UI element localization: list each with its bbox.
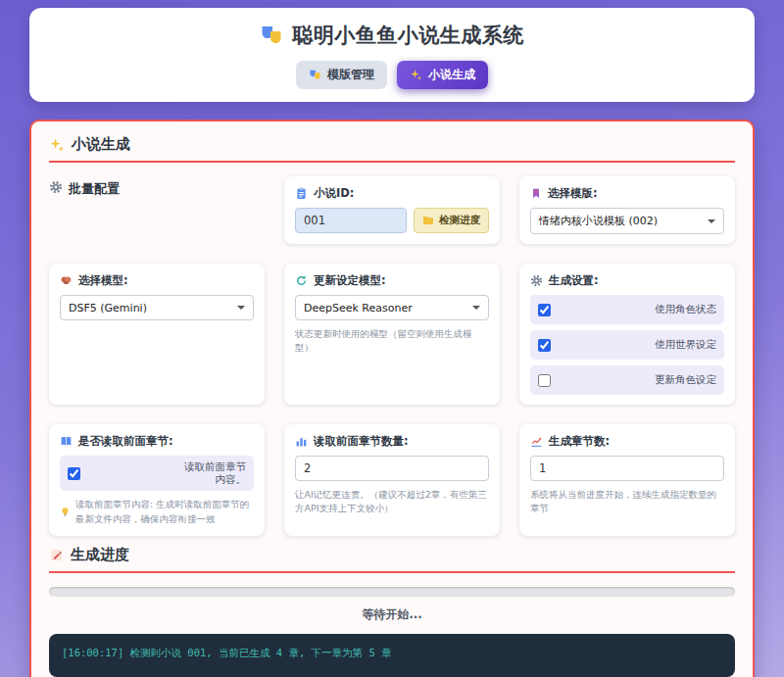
refresh-icon bbox=[295, 274, 308, 287]
use-character-state-checkbox[interactable] bbox=[538, 304, 551, 316]
novel-id-panel: 小说ID: 检测进度 bbox=[284, 176, 500, 244]
tab-novel-generation[interactable]: 小说生成 bbox=[397, 61, 488, 89]
book-icon bbox=[60, 435, 73, 448]
tab-label: 模版管理 bbox=[327, 67, 374, 83]
batch-config-label: 批量配置 bbox=[49, 176, 265, 244]
log-console: [16:00:17] 检测到小说 001, 当前已生成 4 章, 下一章为第 5… bbox=[49, 634, 735, 677]
update-model-label: 更新设定模型: bbox=[295, 273, 489, 288]
read-previous-panel: 是否读取前面章节: 读取前面章节内容。 读取前面章节内容: 生成时读取前面章节的… bbox=[49, 424, 265, 536]
read-previous-check-row: 读取前面章节内容。 bbox=[60, 456, 254, 491]
option-use-character-state: 使用角色状态 bbox=[530, 295, 724, 324]
theater-masks-icon bbox=[260, 24, 283, 47]
tab-template-management[interactable]: 模版管理 bbox=[296, 61, 387, 89]
template-panel: 选择模版: 情绪内核小说模板 (002) bbox=[519, 176, 735, 244]
novel-id-input[interactable] bbox=[295, 208, 407, 233]
read-previous-label: 是否读取前面章节: bbox=[60, 434, 254, 449]
tab-label: 小说生成 bbox=[428, 67, 475, 83]
novel-generation-card: 小说生成 批量配置 小说ID: 检测进度 bbox=[29, 120, 755, 677]
read-count-panel: 读取前面章节数量: 让AI记忆更连贯。（建议不超过2章，有些第三方API支持上下… bbox=[284, 424, 500, 536]
main-tabs: 模版管理 小说生成 bbox=[29, 61, 755, 89]
sparkles-icon bbox=[410, 69, 422, 81]
update-model-select[interactable]: DeepSeek Reasoner bbox=[295, 295, 489, 320]
read-count-input[interactable] bbox=[295, 456, 489, 481]
section-novel-generation: 小说生成 bbox=[49, 135, 735, 163]
model-selected-value: DSF5 (Gemini) bbox=[69, 302, 147, 314]
detect-progress-button[interactable]: 检测进度 bbox=[414, 208, 489, 233]
lightbulb-icon bbox=[60, 498, 71, 526]
gear-icon bbox=[49, 180, 63, 194]
chapter-count-hint: 系统将从当前进度开始，连续生成指定数量的章节 bbox=[530, 488, 724, 516]
gear-icon bbox=[530, 274, 543, 287]
brain-icon bbox=[60, 274, 73, 287]
template-select[interactable]: 情绪内核小说模板 (002) bbox=[530, 208, 724, 234]
update-model-hint: 状态更新时使用的模型（留空则使用生成模型） bbox=[295, 327, 489, 356]
template-label: 选择模版: bbox=[530, 186, 724, 201]
bar-chart-icon bbox=[295, 435, 308, 448]
chapter-count-input[interactable] bbox=[530, 456, 724, 481]
log-line: [16:00:17] 检测到小说 001, 当前已生成 4 章, 下一章为第 5… bbox=[62, 647, 392, 658]
theater-masks-icon bbox=[309, 69, 321, 81]
model-label: 选择模型: bbox=[60, 273, 254, 288]
memo-icon bbox=[49, 548, 64, 562]
read-previous-checkbox[interactable] bbox=[68, 467, 80, 480]
app-header: 聪明小鱼鱼小说生成系统 模版管理 小说生成 bbox=[29, 8, 755, 102]
chevron-down-icon bbox=[237, 306, 245, 314]
model-select[interactable]: DSF5 (Gemini) bbox=[60, 295, 254, 320]
folder-icon bbox=[422, 215, 434, 226]
read-count-hint: 让AI记忆更连贯。（建议不超过2章，有些第三方API支持上下文较小） bbox=[295, 488, 489, 516]
chapter-count-label: 生成章节数: bbox=[530, 434, 724, 449]
template-selected-value: 情绪内核小说模板 (002) bbox=[539, 214, 658, 228]
read-previous-hint: 读取前面章节内容: 生成时读取前面章节的最新文件内容，确保内容衔接一致 bbox=[60, 498, 254, 526]
progress-status: 等待开始... bbox=[49, 606, 735, 623]
update-character-setting-checkbox[interactable] bbox=[538, 374, 551, 387]
section-generation-progress: 生成进度 bbox=[49, 546, 735, 573]
clipboard-icon bbox=[295, 187, 308, 200]
update-model-selected-value: DeepSeek Reasoner bbox=[304, 302, 413, 314]
config-grid: 批量配置 小说ID: 检测进度 bbox=[49, 176, 735, 536]
section-title: 小说生成 bbox=[72, 135, 130, 154]
app-title-text: 聪明小鱼鱼小说生成系统 bbox=[292, 22, 524, 49]
read-count-label: 读取前面章节数量: bbox=[295, 434, 489, 449]
novel-id-label: 小说ID: bbox=[295, 186, 489, 201]
update-model-panel: 更新设定模型: DeepSeek Reasoner 状态更新时使用的模型（留空则… bbox=[284, 264, 500, 405]
chevron-down-icon bbox=[708, 219, 715, 227]
generation-settings-label: 生成设置: bbox=[530, 273, 724, 288]
chevron-down-icon bbox=[472, 306, 480, 314]
model-panel: 选择模型: DSF5 (Gemini) bbox=[49, 264, 265, 405]
chart-up-icon bbox=[530, 435, 543, 448]
sparkles-icon bbox=[49, 137, 65, 153]
option-use-world-setting: 使用世界设定 bbox=[530, 330, 724, 360]
section-title: 生成进度 bbox=[71, 546, 129, 564]
bookmark-icon bbox=[530, 187, 542, 200]
chapter-count-panel: 生成章节数: 系统将从当前进度开始，连续生成指定数量的章节 bbox=[519, 424, 735, 536]
option-update-character-setting: 更新角色设定 bbox=[530, 365, 724, 395]
page-title: 聪明小鱼鱼小说生成系统 bbox=[29, 22, 755, 49]
progress-bar bbox=[49, 587, 735, 597]
generation-settings-panel: 生成设置: 使用角色状态 使用世界设定 更新角色设定 bbox=[519, 264, 735, 405]
use-world-setting-checkbox[interactable] bbox=[538, 339, 551, 352]
